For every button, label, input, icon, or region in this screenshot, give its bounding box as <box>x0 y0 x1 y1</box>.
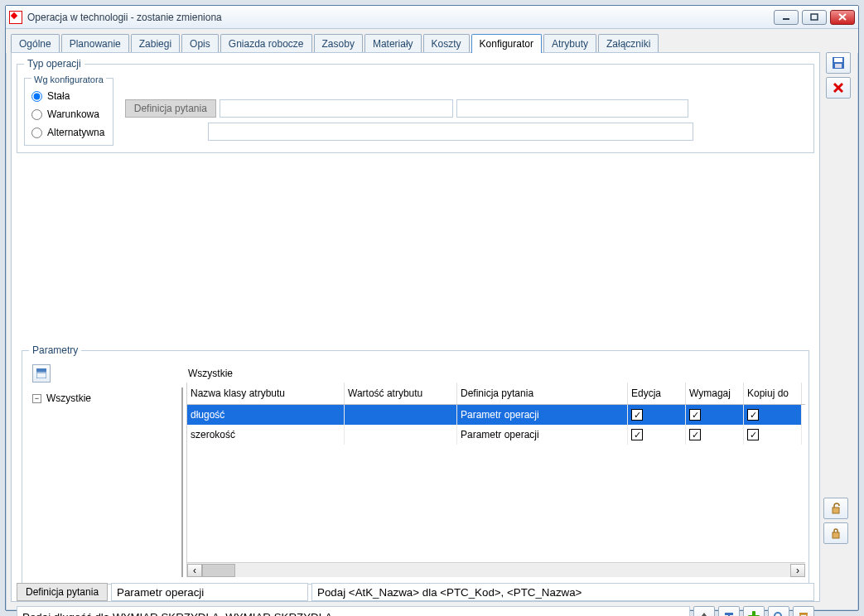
cell-edycja[interactable]: ✓ <box>628 405 686 425</box>
cell-wartosc <box>345 425 457 445</box>
definicja-pytania-label[interactable]: Definicja pytania <box>17 583 108 601</box>
check-icon: ✓ <box>631 409 643 421</box>
save-button[interactable] <box>826 52 851 74</box>
radio-warunkowa-input[interactable] <box>31 109 42 120</box>
grid-layout-button[interactable] <box>32 364 51 383</box>
horizontal-scrollbar[interactable]: ‹ › <box>187 562 805 577</box>
tab-bar: Ogólne Planowanie Zabiegi Opis Gniazda r… <box>6 29 858 53</box>
radio-stala-label: Stała <box>47 90 70 102</box>
export-button[interactable] <box>693 606 715 616</box>
save-icon <box>832 56 845 70</box>
radio-warunkowa[interactable]: Warunkowa <box>31 108 106 120</box>
check-icon: ✓ <box>631 429 643 440</box>
unlock-button[interactable] <box>823 498 848 519</box>
window-title: Operacja w technologii - zostanie zmieni… <box>27 12 774 23</box>
tab-koszty[interactable]: Koszty <box>423 34 470 53</box>
search-icon <box>773 611 784 616</box>
cell-nazwa: długość <box>187 405 345 425</box>
check-icon: ✓ <box>747 409 759 421</box>
def-value-1[interactable] <box>111 583 308 601</box>
attr-grid: Nazwa klasy atrybutu Wartość atrybutu De… <box>186 383 805 577</box>
definicja-input-2[interactable] <box>456 99 688 118</box>
unlock-icon <box>830 503 842 514</box>
scroll-track[interactable] <box>202 564 790 577</box>
cell-edycja[interactable]: ✓ <box>628 425 686 445</box>
col-nazwa[interactable]: Nazwa klasy atrybutu <box>187 383 345 404</box>
def-value-2[interactable] <box>311 583 814 601</box>
tab-planowanie[interactable]: Planowanie <box>61 34 129 53</box>
radio-stala-input[interactable] <box>31 91 42 102</box>
check-icon: ✓ <box>689 409 701 421</box>
svg-rect-7 <box>725 613 733 615</box>
result-field[interactable] <box>17 606 690 616</box>
tree-root[interactable]: − Wszystkie <box>26 387 181 409</box>
scroll-right-icon[interactable]: › <box>790 564 805 577</box>
svg-rect-4 <box>36 368 46 372</box>
trash-icon <box>798 611 809 616</box>
search-button[interactable] <box>768 606 789 616</box>
svg-rect-5 <box>36 373 46 378</box>
col-kopiuj[interactable]: Kopiuj do <box>744 383 802 404</box>
definicja-pytania-button: Definicja pytania <box>125 99 216 118</box>
check-icon: ✓ <box>689 429 701 440</box>
tab-opis[interactable]: Opis <box>181 34 219 53</box>
radio-alternatywna-input[interactable] <box>31 128 42 138</box>
scroll-left-icon[interactable]: ‹ <box>187 564 202 577</box>
tab-zasoby[interactable]: Zasoby <box>314 34 363 53</box>
cell-kopiuj[interactable]: ✓ <box>744 425 802 445</box>
tab-zalaczniki[interactable]: Załączniki <box>598 34 659 53</box>
bottom-toolbar <box>17 606 814 616</box>
tab-gniazda[interactable]: Gniazda robocze <box>220 34 312 53</box>
cell-nazwa: szerokość <box>187 425 345 445</box>
cancel-button[interactable] <box>826 77 851 99</box>
lock-toolbar <box>823 498 853 544</box>
col-wartosc[interactable]: Wartość atrybutu <box>345 383 457 404</box>
download-icon <box>723 611 735 616</box>
maximize-button[interactable] <box>802 10 827 25</box>
typ-operacji-fieldset: Typ operacji Wg konfiguratora Stała Waru… <box>17 58 814 153</box>
radio-stala[interactable]: Stała <box>31 90 106 102</box>
definicja-input-1[interactable] <box>220 99 453 118</box>
tree-collapse-icon[interactable]: − <box>32 394 41 403</box>
table-row[interactable]: szerokość Parametr operacji ✓ ✓ ✓ <box>187 425 805 445</box>
app-window: Operacja w technologii - zostanie zmieni… <box>5 5 859 611</box>
tree-root-label: Wszystkie <box>46 392 91 404</box>
cell-wymagaj[interactable]: ✓ <box>686 425 744 445</box>
delete-button[interactable] <box>793 606 814 616</box>
col-wymagaj[interactable]: Wymagaj <box>686 383 744 404</box>
cell-wymagaj[interactable]: ✓ <box>686 405 744 425</box>
app-icon <box>9 11 22 24</box>
radio-alternatywna-label: Alternatywna <box>47 127 104 138</box>
cell-kopiuj[interactable]: ✓ <box>744 405 802 425</box>
col-edycja[interactable]: Edycja <box>628 383 686 404</box>
scroll-thumb[interactable] <box>202 564 235 577</box>
svg-rect-18 <box>834 58 842 62</box>
tab-zabiegi[interactable]: Zabiegi <box>131 34 180 53</box>
svg-rect-22 <box>833 508 839 513</box>
wg-konfiguratora-label: Wg konfiguratora <box>31 75 106 84</box>
cell-definicja: Parametr operacji <box>457 405 628 425</box>
parametry-legend: Parametry <box>29 344 81 356</box>
add-button[interactable] <box>743 606 765 616</box>
close-button[interactable] <box>830 10 855 25</box>
cell-wartosc <box>345 405 457 425</box>
tab-materialy[interactable]: Materiały <box>364 34 422 53</box>
upload-icon <box>698 611 710 616</box>
minimize-button[interactable] <box>774 10 799 25</box>
close-icon <box>833 82 844 94</box>
radio-alternatywna[interactable]: Alternatywna <box>31 127 106 138</box>
tab-ogolne[interactable]: Ogólne <box>11 34 60 53</box>
col-definicja[interactable]: Definicja pytania <box>457 383 628 404</box>
tab-konfigurator[interactable]: Konfigurator <box>471 34 542 53</box>
import-button[interactable] <box>718 606 740 616</box>
svg-rect-1 <box>811 14 818 20</box>
table-row[interactable]: długość Parametr operacji ✓ ✓ ✓ <box>187 405 805 425</box>
lock-icon <box>830 527 842 539</box>
svg-rect-13 <box>799 613 808 614</box>
definicja-bar: Definicja pytania <box>17 583 814 601</box>
tab-atrybuty[interactable]: Atrybuty <box>543 34 596 53</box>
svg-rect-23 <box>833 532 839 538</box>
all-header-label: Wszystkie <box>188 368 233 379</box>
lock-button[interactable] <box>823 522 848 544</box>
definicja-input-3[interactable] <box>208 123 693 141</box>
